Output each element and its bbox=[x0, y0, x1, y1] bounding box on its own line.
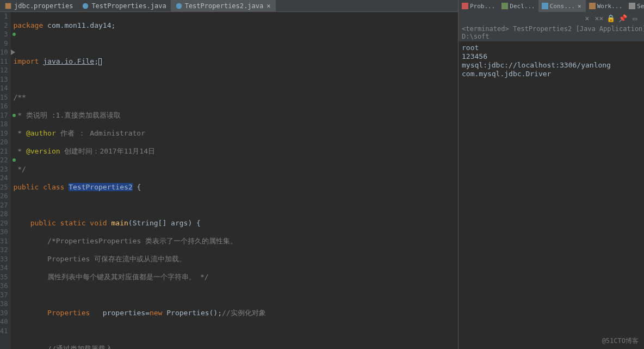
svg-rect-5 bbox=[542, 3, 548, 9]
tab-console[interactable]: Cons...× bbox=[538, 0, 586, 12]
tab-declaration[interactable]: Decl... bbox=[498, 0, 538, 12]
close-icon[interactable]: × bbox=[577, 3, 583, 10]
console-output[interactable]: root123456mysql:jdbc://localhost:3306/ya… bbox=[459, 41, 644, 349]
editor-pane: jdbc.properties TestProperties.java Test… bbox=[0, 0, 459, 349]
right-tab-bar: Prob... Decl... Cons...× Work... Serv... bbox=[459, 0, 644, 12]
svg-rect-4 bbox=[501, 3, 508, 9]
remove-all-icon[interactable]: ✕✕ bbox=[595, 14, 603, 22]
tab-servers[interactable]: Serv... bbox=[626, 0, 644, 12]
tab-testproperties2[interactable]: TestProperties2.java × bbox=[171, 0, 276, 12]
tab-label: TestProperties2.java bbox=[185, 2, 264, 10]
tab-jdbc-properties[interactable]: jdbc.properties bbox=[0, 0, 77, 12]
editor-tab-bar: jdbc.properties TestProperties.java Test… bbox=[0, 0, 458, 12]
pin-icon[interactable]: 📌 bbox=[618, 14, 627, 22]
svg-rect-3 bbox=[462, 3, 468, 9]
tab-label: Work... bbox=[597, 3, 622, 10]
scroll-lock-icon[interactable]: 🔒 bbox=[606, 14, 615, 22]
decl-icon bbox=[501, 3, 508, 9]
svg-rect-0 bbox=[5, 3, 11, 9]
tab-label: jdbc.properties bbox=[14, 2, 73, 10]
close-icon[interactable]: × bbox=[265, 2, 271, 10]
ide-root: jdbc.properties TestProperties.java Test… bbox=[0, 0, 644, 349]
tab-problems[interactable]: Prob... bbox=[459, 0, 498, 12]
warning-icon bbox=[462, 3, 468, 9]
tab-workspace[interactable]: Work... bbox=[586, 0, 626, 12]
right-pane: Prob... Decl... Cons...× Work... Serv...… bbox=[459, 0, 644, 349]
tab-testproperties[interactable]: TestProperties.java bbox=[77, 0, 170, 12]
work-icon bbox=[589, 3, 596, 9]
tab-label: Cons... bbox=[550, 3, 575, 10]
console-icon bbox=[542, 3, 548, 9]
svg-rect-6 bbox=[589, 3, 596, 9]
svg-point-2 bbox=[176, 3, 182, 9]
file-icon bbox=[4, 2, 12, 10]
console-toolbar: ✕ ✕✕ 🔒 📌 ▭ — ▢ bbox=[459, 12, 644, 24]
java-icon bbox=[175, 2, 183, 10]
server-icon bbox=[629, 3, 635, 9]
svg-point-1 bbox=[83, 3, 89, 9]
code-content[interactable]: package com.mon11.day14; import java.io.… bbox=[11, 12, 458, 349]
java-icon bbox=[82, 2, 89, 10]
watermark: @51CTO博客 bbox=[602, 336, 639, 346]
console-status: <terminated> TestProperties2 [Java Appli… bbox=[459, 24, 644, 41]
code-area[interactable]: 1239101112131415161718192021222324252627… bbox=[0, 12, 458, 349]
clear-icon[interactable]: ✕ bbox=[583, 14, 591, 22]
line-gutter: 1239101112131415161718192021222324252627… bbox=[0, 12, 11, 349]
display-icon[interactable]: ▭ bbox=[630, 14, 639, 22]
tab-label: TestProperties.java bbox=[91, 2, 166, 10]
svg-rect-7 bbox=[629, 3, 635, 9]
tab-label: Prob... bbox=[470, 3, 495, 10]
tab-label: Serv... bbox=[637, 3, 644, 10]
tab-label: Decl... bbox=[510, 3, 535, 10]
